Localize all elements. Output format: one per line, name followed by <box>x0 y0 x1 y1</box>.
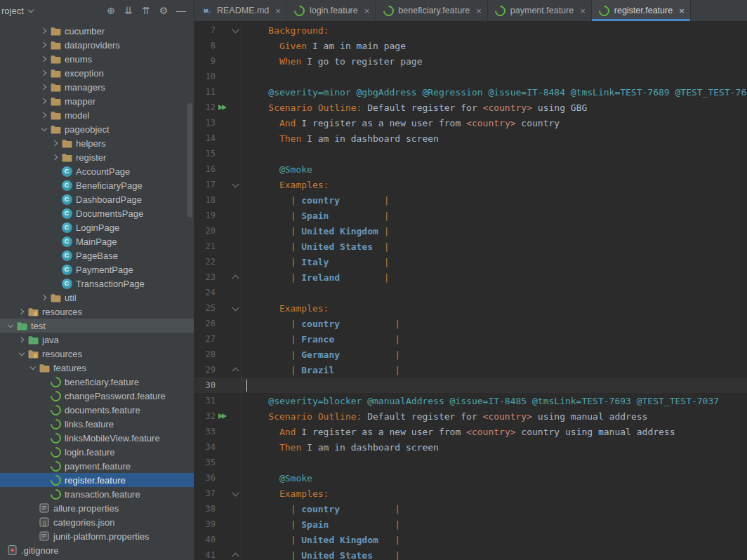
editor-line-32[interactable]: 32 Scenario Outline: Default register fo… <box>194 408 747 424</box>
tab-payment-feature[interactable]: payment.feature× <box>488 0 592 21</box>
tree-item-resources[interactable]: resources <box>0 347 194 361</box>
editor[interactable]: 7 Background:8 Given I am in main page9 … <box>194 21 747 560</box>
tab-readme-md[interactable]: M↓README.md× <box>194 0 287 21</box>
fold-up-icon[interactable] <box>230 269 242 285</box>
run-scenario-icon[interactable] <box>216 413 230 419</box>
editor-line-24[interactable]: 24 <box>194 285 747 300</box>
editor-line-30[interactable]: 30 <box>194 378 747 393</box>
editor-line-35[interactable]: 35 <box>194 455 747 470</box>
tree-item-test[interactable]: test <box>0 319 194 333</box>
chevron-right-icon[interactable] <box>51 141 60 145</box>
tree-item-beneficiary-feature[interactable]: beneficiary.feature <box>0 375 194 389</box>
tree-item-mapper[interactable]: mapper <box>0 94 194 108</box>
fold-down-icon[interactable] <box>230 300 242 316</box>
tree-item-dataproviders[interactable]: dataproviders <box>0 38 194 52</box>
chevron-right-icon[interactable] <box>39 295 49 300</box>
tree-item-links-feature[interactable]: links.feature <box>0 417 194 431</box>
editor-line-18[interactable]: 18 | country | <box>194 192 747 208</box>
project-tree-scrollbar[interactable] <box>187 103 192 218</box>
editor-line-40[interactable]: 40 | United Kingdom | <box>194 532 747 547</box>
tree-item-linksmobileview-feature[interactable]: linksMobileView.feature <box>0 431 194 445</box>
tree-item-managers[interactable]: managers <box>0 80 194 94</box>
chevron-down-icon[interactable] <box>39 128 49 131</box>
tree-item-junit-platform-properties[interactable]: junit-platform.properties <box>0 529 194 543</box>
editor-line-16[interactable]: 16 @Smoke <box>194 161 747 177</box>
editor-line-12[interactable]: 12 Scenario Outline: Default register fo… <box>194 100 747 115</box>
tree-item-pagebase[interactable]: CPageBase <box>0 248 194 262</box>
tab-beneficiary-feature[interactable]: beneficiary.feature× <box>376 0 488 21</box>
tree-item-enums[interactable]: enums <box>0 52 194 66</box>
tree-item-documents-feature[interactable]: documents.feature <box>0 403 194 417</box>
tree-item-gitignore[interactable]: .gitignore <box>0 543 194 557</box>
tree-item-exception[interactable]: exception <box>0 66 194 80</box>
editor-line-29[interactable]: 29 | Brazil | <box>194 362 747 378</box>
editor-line-28[interactable]: 28 | Germany | <box>194 347 747 362</box>
editor-line-10[interactable]: 10 <box>194 69 747 84</box>
tree-item-login-feature[interactable]: login.feature <box>0 445 194 459</box>
chevron-right-icon[interactable] <box>17 338 27 342</box>
expand-all-icon[interactable]: ⇊ <box>123 5 134 16</box>
editor-line-41[interactable]: 41 | United States | <box>194 547 747 560</box>
chevron-right-icon[interactable] <box>51 155 60 159</box>
editor-line-20[interactable]: 20 | United Kingdom | <box>194 223 747 239</box>
editor-line-37[interactable]: 37 Examples: <box>194 486 747 501</box>
chevron-right-icon[interactable] <box>39 113 49 117</box>
tree-item-transactionpage[interactable]: CTransactionPage <box>0 276 194 291</box>
chevron-right-icon[interactable] <box>39 29 49 33</box>
fold-up-icon[interactable] <box>230 362 242 378</box>
editor-line-17[interactable]: 17 Examples: <box>194 177 747 192</box>
editor-line-36[interactable]: 36 @Smoke <box>194 470 747 486</box>
tree-item-allure-properties[interactable]: allure.properties <box>0 501 194 515</box>
tab-register-feature[interactable]: register.feature× <box>592 0 691 21</box>
editor-line-7[interactable]: 7 Background: <box>194 22 747 38</box>
editor-line-19[interactable]: 19 | Spain | <box>194 208 747 223</box>
tab-login-feature[interactable]: login.feature× <box>287 0 376 21</box>
editor-line-25[interactable]: 25 Examples: <box>194 300 747 316</box>
editor-line-39[interactable]: 39 | Spain | <box>194 516 747 532</box>
run-scenario-icon[interactable] <box>216 105 230 110</box>
tree-item-documentspage[interactable]: CDocumentsPage <box>0 206 194 220</box>
settings-icon[interactable]: ⚙ <box>158 5 169 16</box>
fold-down-icon[interactable] <box>230 22 242 38</box>
tree-item-accountpage[interactable]: CAccountPage <box>0 164 194 178</box>
editor-line-23[interactable]: 23 | Ireland | <box>194 269 747 285</box>
tree-item-resources[interactable]: resources <box>0 305 194 319</box>
chevron-right-icon[interactable] <box>39 71 49 75</box>
chevron-right-icon[interactable] <box>39 85 49 89</box>
close-icon[interactable]: × <box>476 6 482 16</box>
tree-item-register[interactable]: register <box>0 150 194 164</box>
collapse-all-icon[interactable]: ⇈ <box>140 5 152 16</box>
chevron-down-icon[interactable] <box>17 352 27 355</box>
tree-item-java[interactable]: java <box>0 333 194 347</box>
tree-item-features[interactable]: features <box>0 361 194 375</box>
editor-line-14[interactable]: 14 Then I am in dashboard screen <box>194 131 747 146</box>
editor-line-27[interactable]: 27 | France | <box>194 331 747 347</box>
close-icon[interactable]: × <box>275 6 281 16</box>
chevron-right-icon[interactable] <box>39 99 49 103</box>
editor-line-11[interactable]: 11 @severity=minor @gbgAddress @Regressi… <box>194 84 747 100</box>
editor-line-26[interactable]: 26 | country | <box>194 316 747 331</box>
fold-up-icon[interactable] <box>230 547 242 560</box>
project-panel-title[interactable]: roject <box>1 6 33 16</box>
editor-line-8[interactable]: 8 Given I am in main page <box>194 38 747 53</box>
tree-item-beneficiarypage[interactable]: CBeneficiaryPage <box>0 178 194 192</box>
close-icon[interactable]: × <box>364 6 370 16</box>
tree-item-categories-json[interactable]: {}categories.json <box>0 515 194 529</box>
locate-icon[interactable]: ⊕ <box>105 5 117 16</box>
tree-item-util[interactable]: util <box>0 291 194 305</box>
tree-item-loginpage[interactable]: CLoginPage <box>0 220 194 234</box>
tree-item-register-feature[interactable]: register.feature <box>0 473 194 487</box>
editor-line-34[interactable]: 34 Then I am in dashboard screen <box>194 439 747 455</box>
tree-item-model[interactable]: model <box>0 108 194 122</box>
hide-panel-icon[interactable]: — <box>176 5 187 16</box>
tree-item-paymentpage[interactable]: CPaymentPage <box>0 262 194 276</box>
close-icon[interactable]: × <box>580 6 586 16</box>
chevron-right-icon[interactable] <box>39 57 49 61</box>
editor-line-9[interactable]: 9 When I go to register page <box>194 53 747 69</box>
tree-item-pageobject[interactable]: pageobject <box>0 122 194 136</box>
tree-item-payment-feature[interactable]: payment.feature <box>0 459 194 473</box>
editor-line-33[interactable]: 33 And I register as a new user from <co… <box>194 424 747 439</box>
tree-item-helpers[interactable]: helpers <box>0 136 194 150</box>
close-icon[interactable]: × <box>679 6 685 16</box>
tree-item-mainpage[interactable]: CMainPage <box>0 234 194 248</box>
